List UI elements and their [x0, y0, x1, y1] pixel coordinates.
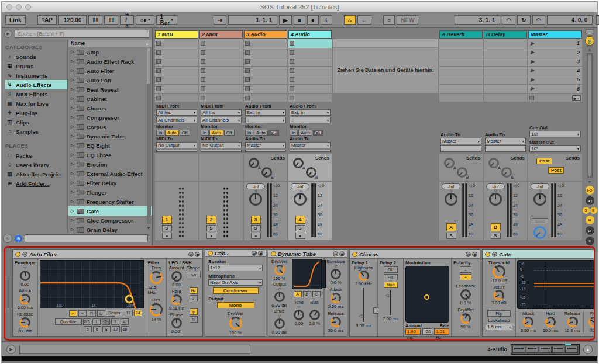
sort-arrow-icon[interactable]: ▲ [145, 41, 149, 46]
hold-knob[interactable] [545, 317, 556, 327]
expand-triangle-icon[interactable]: ▷ [71, 209, 74, 213]
envelope-amount-knob[interactable] [20, 271, 30, 281]
filter-res-knob[interactable] [150, 303, 163, 316]
monitor-auto-button[interactable]: Auto [254, 130, 267, 136]
modulation-handle-icon[interactable] [424, 294, 429, 300]
browser-device-item[interactable]: ▷ Frequency Shifter [68, 197, 152, 206]
device-title-bar[interactable]: ▼ Auto Filter ⇄▣ [13, 250, 202, 259]
expand-triangle-icon[interactable]: ▷ [71, 181, 74, 185]
filter-type-button[interactable]: ⊓ [88, 310, 96, 317]
browser-device-item[interactable]: ▷ Grain Delay [68, 225, 152, 233]
save-preset-icon[interactable]: ▣ [258, 251, 263, 256]
browser-device-item[interactable]: ▷ Erosion [68, 160, 152, 169]
browser-device-item[interactable]: ▷ EQ Eight [68, 141, 152, 150]
sidebar-place-item[interactable]: ▤ Aktuelles Projekt [5, 169, 67, 179]
filter-frequency-display[interactable]: 100 1k 10k [40, 260, 144, 308]
session-overview-button[interactable]: ||| [585, 36, 594, 46]
track-activator-button[interactable]: 2 [206, 216, 216, 224]
solo-button[interactable]: S [491, 233, 501, 239]
expand-triangle-icon[interactable]: ▷ [71, 143, 74, 148]
filter-freq-knob[interactable] [150, 271, 163, 284]
expand-triangle-icon[interactable]: ▷ [71, 50, 74, 54]
monitor-auto-button[interactable]: Auto [298, 130, 312, 136]
volume-field[interactable]: -Inf [291, 183, 309, 189]
output-type-select[interactable]: No Output [201, 142, 242, 148]
quantize-button[interactable]: Quantize [55, 318, 82, 325]
lfo-sync-button[interactable]: ♪ [190, 295, 198, 301]
clip-slot[interactable] [199, 57, 243, 66]
scene-play-icon[interactable]: ▶ [531, 86, 534, 91]
scene-slot[interactable]: ▶ 3 [528, 57, 582, 66]
speaker-select[interactable]: 1x12 [208, 265, 263, 271]
return-track-header[interactable]: A Reverb [439, 30, 483, 39]
output-mono-button[interactable]: Mono [217, 302, 254, 308]
play-button[interactable]: ▶ [279, 15, 292, 25]
bias-knob[interactable] [309, 310, 320, 320]
microphone-position-select[interactable]: Near On-Axis [208, 279, 263, 286]
sidebar-category-item[interactable]: ▣ Max for Live [5, 99, 67, 108]
save-preset-icon[interactable]: ▣ [195, 252, 200, 257]
device-view-handle[interactable] [8, 249, 12, 336]
sidebar-category-item[interactable]: ⊞ Drums [5, 61, 67, 71]
beat-button[interactable]: 12 [112, 326, 120, 332]
scroll-up-icon[interactable]: ▲ [588, 47, 592, 51]
device-on-button[interactable] [271, 251, 276, 256]
link-button[interactable]: Link [5, 15, 26, 25]
clip-slot[interactable] [199, 85, 243, 93]
device-on-button[interactable] [485, 252, 490, 257]
device-chain-overview[interactable] [511, 344, 580, 355]
input-type-select[interactable]: Ext. In [290, 109, 331, 116]
expand-triangle-icon[interactable]: ▷ [71, 106, 74, 110]
track-activator-button[interactable]: 4 [295, 216, 305, 224]
browser-device-item[interactable]: ▷ Glue Compressor [68, 216, 152, 225]
nudge-up-button[interactable]: ‖‖ [104, 15, 118, 25]
slope-24-button[interactable]: 24 [134, 310, 142, 316]
browser-device-item[interactable]: ▷ Flanger [68, 188, 152, 197]
return-activator-button[interactable]: B [491, 223, 501, 231]
input-channel-select[interactable]: 1 [245, 117, 286, 123]
pan-knob[interactable] [533, 193, 546, 206]
save-preset-icon[interactable]: ▣ [472, 252, 477, 257]
threshold-line[interactable] [534, 283, 595, 284]
monitor-off-button[interactable]: Off [224, 130, 235, 136]
clip-slot[interactable] [244, 85, 287, 93]
cue-volume-knob[interactable] [533, 226, 546, 239]
record-button[interactable]: ● [307, 15, 319, 25]
beat-button[interactable]: 1 [92, 318, 101, 325]
sidebar-place-item[interactable]: ☺ User-Library [5, 160, 67, 169]
toggle-io-section[interactable]: I-O [586, 186, 594, 195]
clip-slot[interactable] [155, 85, 198, 93]
release-knob[interactable] [567, 317, 578, 327]
clip-slot[interactable] [244, 67, 287, 75]
browser-device-item[interactable]: ▷ Amp [68, 47, 152, 57]
punch-in-icon[interactable]: ◠ [502, 15, 515, 25]
volume-field[interactable]: -Inf [246, 183, 265, 189]
track-header[interactable]: 1 MIDI [155, 30, 198, 39]
quantization-menu[interactable]: 1 Bar▾ [156, 15, 177, 25]
cue-out-select[interactable]: 1/2 [529, 131, 581, 137]
threshold-knob[interactable] [493, 265, 505, 278]
browser-device-item[interactable]: ▷ Corpus [68, 122, 152, 131]
clip-slot[interactable] [288, 39, 332, 48]
overdub-button[interactable]: + [321, 15, 332, 25]
dry-wet-knob[interactable] [229, 317, 242, 330]
expand-triangle-icon[interactable]: ▷ [71, 87, 74, 92]
clip-slot[interactable] [244, 57, 287, 66]
browser-device-item[interactable]: ▷ Cabinet [68, 94, 152, 103]
fold-device-icon[interactable]: ▼ [22, 252, 27, 257]
tempo-field[interactable]: 120.00 [58, 15, 87, 25]
volume-field[interactable]: -Inf [486, 183, 505, 189]
clip-slot[interactable] [199, 48, 243, 57]
clip-slot[interactable] [155, 75, 198, 84]
solo-button[interactable]: Solo [532, 218, 548, 224]
fire-selected-scene-button[interactable]: ▶≡ [572, 95, 581, 101]
clip-slot[interactable] [199, 75, 243, 84]
input-type-select[interactable]: All Ins [156, 109, 197, 116]
tube-model-button[interactable]: C [312, 291, 321, 297]
lfo-amount-knob[interactable] [171, 271, 182, 282]
monitor-auto-button[interactable]: Auto [209, 130, 223, 136]
automation-arm-button[interactable]: ∴ [344, 15, 356, 25]
output-type-select[interactable]: Master [485, 138, 526, 144]
master-header[interactable]: Master [528, 30, 582, 39]
device-title-bar[interactable]: Chorus ⇄▣ [350, 250, 480, 259]
